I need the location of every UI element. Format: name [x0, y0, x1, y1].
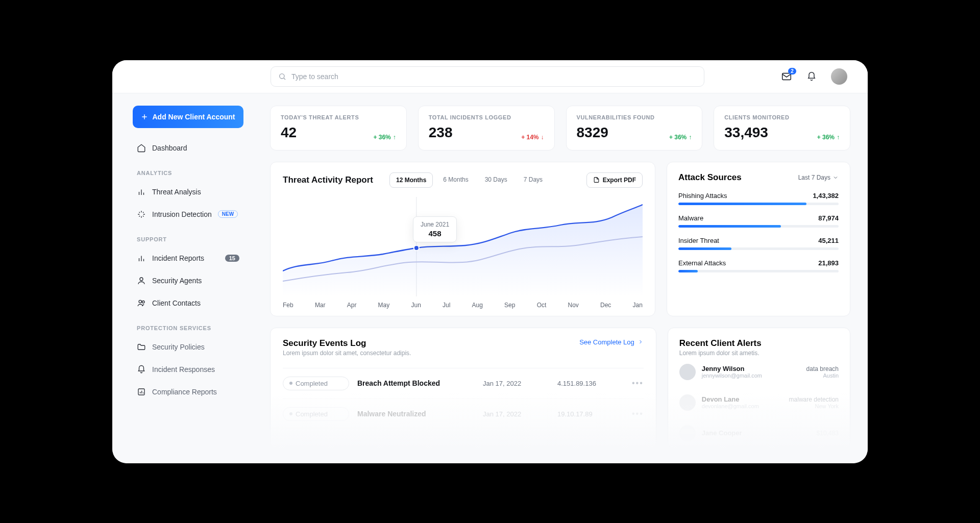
search-input-wrapper[interactable]	[271, 66, 704, 87]
nav-label: Security Agents	[152, 277, 202, 285]
plus-icon	[141, 113, 148, 120]
events-title: Security Events Log	[283, 338, 411, 348]
source-name: External Attacks	[678, 259, 726, 267]
alert-location: Austin	[806, 372, 839, 379]
row-menu-button[interactable]: •••	[632, 379, 644, 388]
sources-title: Attack Sources	[678, 172, 742, 183]
nav-label: Incident Reports	[152, 254, 204, 262]
svg-line-1	[284, 78, 285, 80]
event-ip: 4.151.89.136	[557, 380, 624, 387]
alert-type: malware detection	[789, 396, 839, 403]
chart-x-axis: Feb Mar Apr May Jun Jul Aug Sep Oct Nov …	[283, 302, 643, 309]
source-value: 21,893	[818, 259, 839, 267]
alert-type: data breach	[806, 365, 839, 372]
messages-button[interactable]: 2	[781, 71, 792, 82]
alert-email: devonlane@gmail.com	[702, 403, 783, 409]
nav-label: Compliance Reports	[152, 388, 217, 396]
nav-threat-analysis[interactable]: Threat Analysis	[133, 182, 243, 202]
event-row[interactable]: Completed Breach Attempt Blocked Jan 17,…	[283, 368, 644, 399]
export-button[interactable]: Export PDF	[586, 172, 643, 188]
x-tick: Sep	[504, 302, 515, 309]
arrow-down-icon: ↓	[541, 134, 544, 141]
alert-type: $10,483	[817, 430, 839, 437]
nav-incident-responses[interactable]: Incident Responses	[133, 360, 243, 379]
x-tick: Nov	[568, 302, 579, 309]
avatar[interactable]	[831, 68, 847, 85]
alert-name: Jane Cooper	[702, 429, 811, 437]
row-menu-button[interactable]: •••	[632, 409, 644, 418]
event-date: Jan 17, 2022	[483, 380, 549, 387]
kpi-delta: + 36%↑	[817, 134, 840, 141]
nav-incident-reports[interactable]: Incident Reports 15	[133, 248, 243, 268]
source-name: Phishing Attacks	[678, 192, 727, 200]
nav-dashboard[interactable]: Dashboard	[133, 138, 243, 158]
source-item: Malware87,974	[678, 214, 839, 228]
new-badge: NEW	[218, 210, 238, 218]
avatar	[679, 394, 696, 411]
kpi-delta: + 14%↓	[521, 134, 544, 141]
kpi-value: 238	[429, 124, 453, 141]
event-date: Jan 17, 2022	[483, 410, 549, 418]
svg-point-11	[140, 278, 143, 281]
chart-icon	[137, 187, 146, 196]
source-bar	[678, 203, 839, 205]
events-card: Security Events Log Lorem ipsum dolor si…	[270, 328, 656, 449]
kpi-value: 8329	[577, 124, 608, 141]
x-tick: Apr	[347, 302, 357, 309]
kpi-row: TODAY'S THREAT ALERTS 42+ 36%↑ TOTAL INC…	[270, 106, 850, 151]
kpi-value: 42	[281, 124, 297, 141]
kpi-delta: + 36%↑	[373, 134, 396, 141]
x-tick: Jul	[443, 302, 450, 309]
sidebar: Add New Client Account Dashboard ANALYTI…	[112, 93, 253, 463]
nav-intrusion-detection[interactable]: Intrusion Detection NEW	[133, 205, 243, 224]
kpi-label: VULNERABILITIES FOUND	[577, 114, 692, 120]
nav-client-contacts[interactable]: Client Contacts	[133, 293, 243, 313]
event-row[interactable]: Completed Malware Neutralized Jan 17, 20…	[283, 399, 644, 429]
count-badge: 15	[225, 255, 239, 262]
arrow-up-icon: ↑	[689, 134, 692, 141]
source-value: 87,974	[818, 214, 839, 222]
search-input[interactable]	[291, 72, 697, 81]
x-tick: Jan	[633, 302, 643, 309]
add-client-button[interactable]: Add New Client Account	[133, 106, 243, 128]
tab-12-months[interactable]: 12 Months	[389, 172, 433, 188]
event-ip: 19.10.17.89	[557, 410, 624, 418]
tab-7-days[interactable]: 7 Days	[518, 172, 549, 188]
chart-tabs: 12 Months 6 Months 30 Days 7 Days	[389, 172, 549, 188]
nav-security-policies[interactable]: Security Policies	[133, 337, 243, 357]
nav-label: Client Contacts	[152, 299, 201, 307]
sources-range-dropdown[interactable]: Last 7 Days	[798, 174, 839, 181]
kpi-card: TODAY'S THREAT ALERTS 42+ 36%↑	[270, 106, 407, 151]
x-tick: Mar	[315, 302, 326, 309]
alert-location: New York	[789, 403, 839, 409]
x-tick: Jun	[411, 302, 421, 309]
alert-name: Devon Lane	[702, 395, 783, 403]
source-value: 45,211	[818, 237, 839, 244]
notifications-button[interactable]	[806, 71, 817, 82]
alert-item[interactable]: Devon Lanedevonlane@gmail.com malware de…	[679, 387, 839, 418]
file-icon	[593, 177, 600, 183]
see-complete-log-link[interactable]: See Complete Log	[579, 338, 644, 346]
users-icon	[137, 298, 146, 308]
tab-30-days[interactable]: 30 Days	[479, 172, 513, 188]
section-protection: PROTECTION SERVICES	[137, 325, 243, 331]
source-name: Insider Threat	[678, 237, 719, 244]
sources-card: Attack Sources Last 7 Days Phishing Atta…	[667, 162, 850, 316]
chart-card: Threat Activity Report 12 Months 6 Month…	[270, 162, 655, 316]
chart-area[interactable]: June 2021 458	[283, 197, 643, 296]
svg-point-0	[280, 73, 284, 78]
nav-label: Threat Analysis	[152, 188, 201, 196]
search-icon	[278, 72, 286, 81]
source-bar	[678, 270, 839, 272]
nav-security-agents[interactable]: Security Agents	[133, 271, 243, 290]
alert-item[interactable]: Jenny Wilsonjennywilson@gmail.com data b…	[679, 357, 839, 387]
tab-6-months[interactable]: 6 Months	[437, 172, 474, 188]
arrow-up-icon: ↑	[837, 134, 840, 141]
nav-compliance-reports[interactable]: Compliance Reports	[133, 382, 243, 402]
home-icon	[137, 143, 146, 153]
kpi-value: 33,493	[724, 124, 768, 141]
alert-item[interactable]: Jane Cooper $10,483	[679, 418, 839, 449]
source-item: Insider Threat45,211	[678, 237, 839, 250]
x-tick: Aug	[472, 302, 483, 309]
tooltip-label: June 2021	[421, 221, 449, 228]
